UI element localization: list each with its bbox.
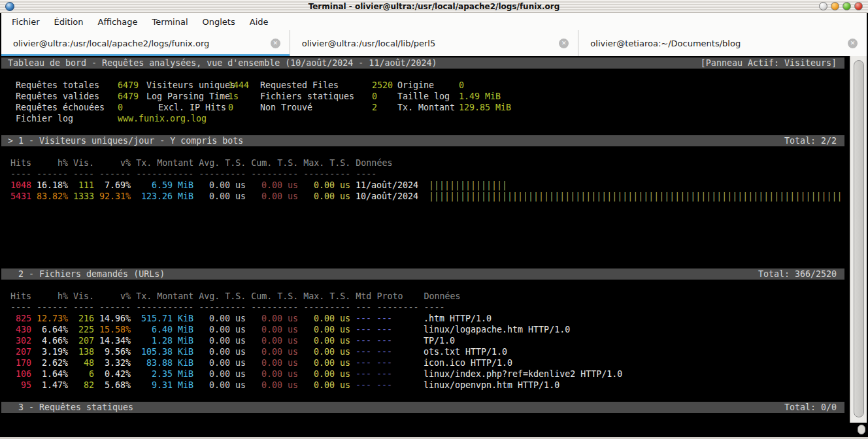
cell-hits: 1048 — [10, 180, 31, 191]
cell-data: .htm HTTP/1.0 — [418, 313, 492, 324]
summary-row: Requêtes valides 6479 Log Parsing Time 1… — [1, 91, 850, 102]
summary-label: Requêtes échouées — [16, 102, 118, 113]
cell-hits: 207 — [10, 346, 31, 357]
menu-item-edition[interactable]: Édition — [47, 15, 91, 29]
cell-bars: ||||||||||||||||||||||||||||||||||||||||… — [429, 191, 842, 202]
panel-2-title: 2 - Fichiers demandés (URLs) — [8, 268, 165, 280]
tab-2-label: olivier@ultra:/usr/local/lib/perl5 — [302, 39, 436, 48]
tab-3-label: olivier@tetiaroa:~/Documents/blog — [590, 39, 741, 48]
cell-hp: 4.66% — [31, 335, 68, 346]
cell-vis: 138 — [68, 346, 94, 357]
cell-hp: 3.19% — [31, 346, 68, 357]
table-row[interactable]: 4306.64%22515.58%6.40 MiB0.00 us0.00 us0… — [1, 324, 850, 335]
panel-1-header-bar[interactable]: > 1 - Visiteurs uniques/jour - Y compris… — [1, 135, 844, 146]
cell-tx: 105.38 KiB — [131, 346, 193, 357]
cell-cum: 0.00 us — [246, 335, 298, 346]
cell-vis: 48 — [68, 357, 94, 368]
shade-button[interactable] — [819, 2, 827, 10]
cell-mtd: --- — [350, 357, 371, 368]
cell-avg: 0.00 us — [193, 368, 246, 380]
summary-value: 0 — [459, 80, 464, 91]
cell-data: ots.txt HTTP/1.0 — [418, 346, 507, 357]
menu-item-terminal[interactable]: Terminal — [145, 15, 195, 29]
cell-proto: --- — [371, 357, 418, 368]
summary-value: 1.49 MiB — [459, 91, 501, 102]
cell-bars: ||||||||||||||| — [429, 180, 507, 191]
cell-proto: --- — [371, 335, 418, 346]
cell-max: 0.00 us — [298, 380, 350, 391]
resize-grip[interactable] — [858, 425, 865, 434]
summary-value: 1s — [228, 91, 260, 102]
panel-2-header-bar[interactable]: 2 - Fichiers demandés (URLs) Total: 366/… — [1, 268, 844, 280]
summary-value: 0 — [118, 102, 146, 113]
cell-hits: 5431 — [10, 191, 31, 202]
cell-vp: 14.96% — [94, 313, 131, 324]
cell-vp: 9.56% — [94, 346, 131, 357]
summary-label: Taille log — [397, 91, 459, 102]
close-button[interactable] — [854, 2, 863, 10]
cell-max: 0.00 us — [298, 324, 350, 335]
cell-vp: 14.34% — [94, 335, 131, 346]
panel-3-title: 3 - Requêtes statiques — [8, 402, 133, 413]
cell-mtd: --- — [350, 368, 371, 380]
cell-cum: 0.00 us — [246, 346, 298, 357]
cell-mtd: --- — [350, 380, 371, 391]
table-row[interactable]: 1702.62%483.32%83.88 KiB0.00 us0.00 us0.… — [1, 357, 850, 368]
tab-3[interactable]: olivier@tetiaroa:~/Documents/blog ✕ — [578, 30, 867, 56]
summary-value: 0 — [228, 102, 260, 113]
cell-hp: 1.64% — [31, 368, 68, 380]
panel-2-column-dashes: ---- ------ ---- ------ ----------- ----… — [1, 302, 850, 313]
panel-3-total: Total: 0/0 — [784, 402, 837, 413]
table-row[interactable]: 3024.66%20714.34%1.28 MiB0.00 us0.00 us0… — [1, 335, 850, 346]
summary-row: Fichier log www.funix.org.log — [1, 113, 850, 124]
cell-max: 0.00 us — [298, 180, 350, 191]
tab-2-close-icon[interactable]: ✕ — [559, 39, 569, 48]
cell-avg: 0.00 us — [193, 380, 246, 391]
cell-cum: 0.00 us — [246, 357, 298, 368]
cell-hits: 170 — [10, 357, 31, 368]
maximize-button[interactable] — [843, 2, 851, 10]
terminal-screen[interactable]: Tableau de bord - Requêtes analysées, vu… — [1, 56, 850, 423]
cell-vp: 92.31% — [94, 191, 131, 202]
menu-item-onglets[interactable]: Onglets — [195, 15, 242, 29]
summary-row: Requêtes totales 6479 Visiteurs uniques … — [1, 80, 850, 91]
cell-hits: 106 — [10, 368, 31, 380]
cell-vp: 7.69% — [94, 180, 131, 191]
panel-1-total: Total: 2/2 — [784, 135, 837, 146]
tab-2[interactable]: olivier@ultra:/usr/local/lib/perl5 ✕ — [290, 30, 579, 56]
cell-hits: 302 — [10, 335, 31, 346]
table-row[interactable]: 104816.18%1117.69%6.59 MiB0.00 us0.00 us… — [1, 180, 850, 191]
active-panel-indicator: [Panneau Actif: Visiteurs] — [701, 57, 837, 69]
panel-1-column-dashes: ---- ------ ---- ------ ----------- ----… — [1, 169, 850, 180]
tab-1[interactable]: olivier@ultra:/usr/local/apache2/logs/fu… — [1, 30, 290, 56]
goaccess-header-bar: Tableau de bord - Requêtes analysées, vu… — [1, 57, 844, 69]
summary-label: Origine — [397, 80, 459, 91]
table-row[interactable]: 82512.73%21614.96%515.71 KiB0.00 us0.00 … — [1, 313, 850, 324]
menu-item-fichier[interactable]: Fichier — [5, 15, 47, 29]
cell-vis: 111 — [68, 180, 94, 191]
cell-data: 11/août/2024 — [350, 180, 429, 191]
table-row[interactable]: 2073.19%1389.56%105.38 KiB0.00 us0.00 us… — [1, 346, 850, 357]
tab-1-label: olivier@ultra:/usr/local/apache2/logs/fu… — [13, 39, 209, 48]
panel-3-header-bar[interactable]: 3 - Requêtes statiques Total: 0/0 — [1, 402, 844, 413]
table-row[interactable]: 543183.82%133392.31%123.26 MiB0.00 us0.0… — [1, 191, 850, 202]
table-row[interactable]: 1061.64%60.42%2.35 MiB0.00 us0.00 us0.00… — [1, 368, 850, 380]
panel-1-table: 104816.18%1117.69%6.59 MiB0.00 us0.00 us… — [1, 180, 850, 202]
panel-2-total: Total: 366/2520 — [758, 268, 837, 280]
cell-data: 10/août/2024 — [350, 191, 429, 202]
scrollbar[interactable] — [850, 56, 867, 423]
summary-value: 6479 — [118, 80, 146, 91]
cell-data: linux/logapache.htm HTTP/1.0 — [418, 324, 570, 335]
cell-tx: 6.40 MiB — [131, 324, 193, 335]
panel-2-column-header: Hits h% Vis. v% Tx. Montant Avg. T.S. Cu… — [1, 291, 850, 302]
scrollbar-thumb[interactable] — [854, 60, 864, 417]
menu-item-affichage[interactable]: Affichage — [90, 15, 144, 29]
cell-cum: 0.00 us — [246, 368, 298, 380]
tab-3-close-icon[interactable]: ✕ — [848, 39, 858, 48]
cell-max: 0.00 us — [298, 313, 350, 324]
tab-1-close-icon[interactable]: ✕ — [271, 39, 280, 48]
table-row[interactable]: 951.47%825.68%9.31 MiB0.00 us0.00 us0.00… — [1, 380, 850, 391]
menu-item-aide[interactable]: Aide — [242, 15, 276, 29]
window-titlebar[interactable]: Terminal - olivier@ultra:/usr/local/apac… — [0, 0, 868, 13]
minimize-button[interactable] — [831, 2, 839, 10]
